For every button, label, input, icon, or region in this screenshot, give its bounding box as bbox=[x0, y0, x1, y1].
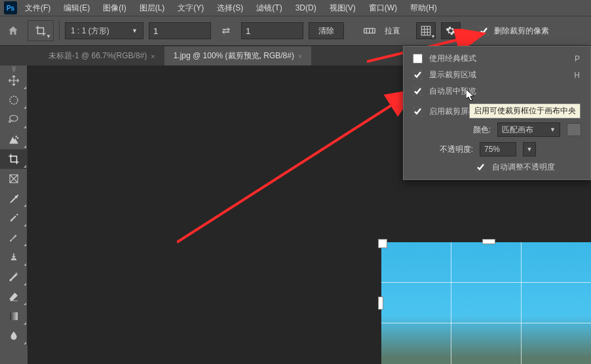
close-icon[interactable]: × bbox=[298, 52, 302, 60]
chevron-down-icon: ▼ bbox=[46, 33, 51, 39]
crop-height-input[interactable] bbox=[241, 22, 303, 39]
svg-rect-16 bbox=[10, 312, 18, 320]
overlay-options-button[interactable]: ▾ bbox=[416, 22, 436, 39]
classic-mode-checkbox[interactable] bbox=[413, 54, 423, 64]
opacity-label: 不透明度: bbox=[426, 144, 473, 155]
select-value: 75% bbox=[484, 145, 500, 154]
toolbox-grip[interactable] bbox=[0, 65, 28, 71]
straighten-button[interactable] bbox=[360, 22, 379, 39]
healing-brush-tool[interactable] bbox=[0, 208, 28, 228]
marquee-tool[interactable] bbox=[0, 90, 28, 110]
brush-tool[interactable] bbox=[0, 228, 28, 247]
crop-handle-midleft[interactable] bbox=[378, 297, 383, 310]
menu-type[interactable]: 文字(Y) bbox=[172, 1, 209, 16]
delete-cropped-label: 删除裁剪的像素 bbox=[494, 26, 549, 37]
auto-opacity-checkbox[interactable] bbox=[476, 162, 486, 172]
aspect-ratio-select[interactable]: 1 : 1 (方形) ▼ bbox=[65, 22, 143, 39]
straighten-label: 拉直 bbox=[385, 26, 400, 37]
menu-file[interactable]: 文件(F) bbox=[20, 1, 56, 16]
swap-dimensions-button[interactable] bbox=[216, 22, 236, 39]
menu-select[interactable]: 选择(S) bbox=[212, 1, 248, 16]
chevron-down-icon: ▼ bbox=[132, 27, 138, 34]
delete-cropped-checkbox[interactable] bbox=[479, 26, 489, 36]
show-crop-checkbox[interactable] bbox=[413, 70, 423, 80]
close-icon[interactable]: × bbox=[151, 52, 155, 60]
popup-label: 自动调整不透明度 bbox=[492, 162, 555, 173]
popup-item-classic-mode[interactable]: 使用经典模式 P bbox=[404, 50, 590, 67]
chevron-down-icon: ▾ bbox=[457, 33, 459, 39]
popup-row-color: 颜色: 匹配画布 ▼ bbox=[404, 120, 590, 139]
svg-point-10 bbox=[16, 136, 17, 137]
chevron-down-icon: ▾ bbox=[432, 33, 434, 39]
separator bbox=[59, 21, 60, 41]
svg-point-11 bbox=[17, 137, 18, 139]
popup-label: 使用经典模式 bbox=[429, 53, 476, 64]
popup-item-show-crop[interactable]: 显示裁剪区域 H bbox=[404, 67, 590, 83]
shield-color-select[interactable]: 匹配画布 ▼ bbox=[497, 122, 560, 137]
document-tab[interactable]: 1.jpg @ 100% (裁剪预览, RGB/8#) × bbox=[164, 46, 312, 65]
crop-handle-topmid[interactable] bbox=[482, 239, 495, 244]
opacity-select[interactable]: 75% bbox=[480, 142, 516, 156]
menu-3d[interactable]: 3D(D) bbox=[290, 1, 322, 14]
clear-button[interactable]: 清除 bbox=[309, 22, 344, 39]
clone-stamp-tool[interactable] bbox=[0, 247, 28, 267]
hotkey: P bbox=[575, 54, 580, 64]
lasso-tool[interactable] bbox=[0, 110, 28, 130]
app-logo: Ps bbox=[4, 1, 17, 14]
menu-help[interactable]: 帮助(H) bbox=[405, 1, 442, 16]
menu-layer[interactable]: 图层(L) bbox=[134, 1, 170, 16]
move-tool[interactable] bbox=[0, 71, 28, 90]
menu-view[interactable]: 视图(V) bbox=[324, 1, 361, 16]
blur-tool[interactable] bbox=[0, 326, 28, 346]
tooltip: 启用可使裁剪框位于画布中央 bbox=[469, 103, 581, 118]
tab-title: 1.jpg @ 100% (裁剪预览, RGB/8#) bbox=[174, 50, 294, 62]
eraser-tool[interactable] bbox=[0, 287, 28, 306]
tab-title: 未标题-1 @ 66.7%(RGB/8#) bbox=[48, 50, 147, 62]
chevron-down-icon: ▼ bbox=[527, 146, 533, 153]
popup-row-opacity: 不透明度: 75% ▼ bbox=[404, 139, 590, 159]
menu-filter[interactable]: 滤镜(T) bbox=[251, 1, 287, 16]
frame-tool[interactable] bbox=[0, 169, 28, 189]
gradient-tool[interactable] bbox=[0, 306, 28, 326]
hotkey: H bbox=[574, 71, 580, 80]
crop-width-input[interactable] bbox=[149, 22, 211, 39]
crop-tool-preset-button[interactable]: ▼ bbox=[28, 20, 54, 41]
menu-image[interactable]: 图像(I) bbox=[98, 1, 131, 16]
popup-label: 显示裁剪区域 bbox=[429, 69, 476, 81]
menu-edit[interactable]: 编辑(E) bbox=[58, 1, 95, 16]
crop-tool[interactable] bbox=[0, 149, 28, 169]
svg-point-9 bbox=[10, 96, 18, 104]
history-brush-tool[interactable] bbox=[0, 267, 28, 287]
document-tab[interactable]: 未标题-1 @ 66.7%(RGB/8#) × bbox=[39, 46, 164, 65]
quick-select-tool[interactable] bbox=[0, 130, 28, 149]
eyedropper-tool[interactable] bbox=[0, 189, 28, 208]
select-value: 匹配画布 bbox=[502, 124, 533, 136]
crop-grid-overlay bbox=[381, 242, 591, 364]
color-swatch[interactable] bbox=[567, 123, 581, 136]
enable-shield-checkbox[interactable] bbox=[413, 107, 423, 117]
toolbox bbox=[0, 65, 28, 346]
crop-preview-image[interactable] bbox=[381, 242, 591, 364]
menubar: Ps 文件(F) 编辑(E) 图像(I) 图层(L) 文字(Y) 选择(S) 滤… bbox=[0, 0, 591, 16]
chevron-down-icon: ▼ bbox=[550, 126, 556, 133]
ratio-label: 1 : 1 (方形) bbox=[71, 26, 109, 37]
popup-label: 自动居中预览 bbox=[429, 86, 476, 97]
home-button[interactable] bbox=[4, 20, 22, 41]
color-label: 颜色: bbox=[432, 124, 491, 136]
crop-handle-topleft[interactable] bbox=[378, 239, 387, 248]
opacity-dropdown-button[interactable]: ▼ bbox=[523, 142, 536, 156]
popup-item-auto-opacity[interactable]: 自动调整不透明度 bbox=[404, 159, 590, 175]
svg-rect-4 bbox=[421, 26, 430, 35]
options-bar: ▼ 1 : 1 (方形) ▼ 清除 拉直 ▾ ▾ 删除裁剪的像素 bbox=[0, 16, 591, 46]
auto-center-checkbox[interactable] bbox=[413, 86, 423, 96]
menu-window[interactable]: 窗口(W) bbox=[364, 1, 402, 16]
crop-options-gear-button[interactable]: ▾ bbox=[441, 22, 461, 39]
popup-item-auto-center[interactable]: 自动居中预览 bbox=[404, 83, 590, 100]
